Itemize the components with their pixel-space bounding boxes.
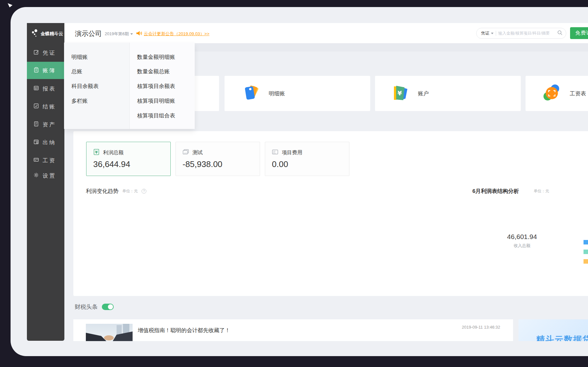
chevron-down-icon	[491, 33, 494, 34]
question-icon[interactable]: ?	[142, 189, 146, 194]
stat-value: 0.00	[272, 159, 288, 169]
app-logo: 金蝶精斗云	[31, 29, 63, 39]
voucher-icon	[33, 49, 39, 57]
sidebar: 金蝶精斗云 凭证 账簿 报表	[27, 23, 64, 341]
sidebar-item-label: 设置	[43, 172, 56, 180]
ledger-menu-column-2: 数量金额明细账 数量金额总账 核算项目余额表 核算项目明细账 核算项目组合表	[129, 43, 195, 129]
legend-swatch-1	[584, 240, 588, 244]
menu-item-qty-general-ledger[interactable]: 数量金额总账	[137, 68, 170, 76]
donut-center-label: 46,601.94 收入总额	[495, 233, 549, 249]
stat-value: -85,938.00	[183, 159, 222, 169]
company-name[interactable]: 演示公司	[75, 29, 102, 38]
news-item-title: 增值税指南！聪明的会计都先收藏了！	[138, 327, 230, 334]
cashier-icon	[33, 139, 39, 146]
trend-chart-title: 利润变化趋势	[86, 187, 118, 195]
expense-icon	[272, 148, 279, 157]
promo-text: 精斗云数据贷	[536, 334, 588, 341]
payroll-icon	[33, 157, 39, 164]
period-label: 2019年第6期	[105, 31, 129, 37]
menu-item-account-balance[interactable]: 科目余额表	[71, 83, 99, 90]
report-icon	[33, 85, 39, 92]
megaphone-icon	[136, 31, 142, 37]
news-toggle[interactable]	[102, 304, 114, 310]
sidebar-item-assets[interactable]: 资产	[27, 116, 64, 133]
sidebar-item-closing[interactable]: 结账	[27, 98, 64, 115]
income-total-label: 收入总额	[495, 243, 549, 249]
menu-item-item-balance[interactable]: 核算项目余额表	[137, 83, 175, 90]
free-trial-button[interactable]: 免费试	[570, 27, 588, 39]
sidebar-item-label: 资产	[43, 121, 56, 128]
structure-chart-unit: 单位：元	[534, 188, 549, 194]
announcement-link[interactable]: 云会计更新公告（2019.09.03）>>	[144, 31, 209, 37]
structure-chart-header: 6月利润表结构分析 单位：元	[472, 187, 549, 195]
menu-item-general-ledger[interactable]: 总账	[71, 68, 82, 76]
promo-banner[interactable]: 精斗云数据贷	[519, 319, 588, 341]
stat-card-test[interactable]: 测试 -85,938.00	[176, 142, 260, 176]
news-item-time: 2019-09-11 13:46:32	[462, 325, 500, 330]
legend-swatch-3	[584, 259, 588, 264]
ledger-menu-column-1: 明细账 总账 科目余额表 多栏账	[64, 43, 129, 129]
svg-text:¥: ¥	[397, 89, 402, 97]
trend-chart-unit: 单位：元	[122, 188, 138, 194]
payslip-icon	[543, 84, 561, 103]
dashboard-panel: ¥ 利润总额 36,644.94 测试 -85,938.00	[73, 131, 588, 296]
wallet-icon: ¥	[392, 84, 409, 103]
legend-swatch-2	[584, 250, 588, 254]
menu-item-item-detail[interactable]: 核算项目明细账	[137, 97, 175, 105]
search-icon[interactable]	[557, 30, 563, 37]
ledger-dropdown-menu: 明细账 总账 科目余额表 多栏账 数量金额明细账 数量金额总账 核算项目余额表 …	[64, 43, 195, 129]
logo-text: 金蝶精斗云	[41, 31, 63, 37]
sidebar-item-cashier[interactable]: 出纳	[27, 134, 64, 151]
global-search: 凭证	[476, 28, 566, 39]
sidebar-item-label: 工资	[43, 157, 56, 164]
stat-label: 利润总额	[103, 149, 124, 156]
dots-logo-icon	[31, 29, 39, 39]
test-icon	[182, 148, 189, 157]
stat-value: 36,644.94	[93, 159, 130, 169]
quick-card-label: 工资表	[570, 90, 586, 97]
profit-icon: ¥	[93, 148, 100, 157]
sidebar-item-voucher[interactable]: 凭证	[27, 44, 64, 61]
sidebar-item-settings[interactable]: 设置	[27, 167, 64, 184]
menu-item-qty-detail-ledger[interactable]: 数量金额明细账	[137, 53, 175, 61]
quick-card-label: 明细账	[269, 90, 285, 97]
sidebar-item-ledger[interactable]: 账簿	[27, 62, 64, 79]
sidebar-item-label: 凭证	[43, 49, 56, 57]
menu-item-detail-ledger[interactable]: 明细账	[71, 53, 88, 61]
quick-card-detail-ledger[interactable]: 明细账	[225, 76, 370, 111]
menu-item-multi-column[interactable]: 多栏账	[71, 97, 88, 105]
news-section-header: 财税头条	[75, 303, 114, 311]
divider	[496, 31, 496, 36]
tags-icon	[242, 84, 260, 103]
income-total-value: 46,601.94	[495, 233, 549, 241]
ledger-icon	[33, 67, 39, 74]
closing-icon	[33, 103, 39, 110]
quick-card-payslip[interactable]: 工资表	[526, 76, 588, 111]
sidebar-item-label: 出纳	[43, 139, 56, 146]
quick-card-label: 账户	[418, 90, 429, 97]
stat-card-project-expense[interactable]: 项目费用 0.00	[265, 142, 349, 176]
toggle-knob	[108, 304, 113, 309]
quick-card-accounts[interactable]: ¥ 账户	[375, 76, 521, 111]
sidebar-item-payroll[interactable]: 工资	[27, 152, 64, 169]
stat-label: 项目费用	[282, 149, 302, 156]
menu-item-item-combination[interactable]: 核算项目组合表	[137, 112, 175, 120]
search-input[interactable]	[498, 31, 555, 36]
top-header: 演示公司 2019年第6期 云会计更新公告（2019.09.03）>> 凭证	[64, 23, 588, 43]
structure-chart-title: 6月利润表结构分析	[472, 187, 519, 195]
news-thumbnail	[86, 324, 133, 341]
sidebar-item-label: 报表	[43, 85, 56, 92]
search-category-select[interactable]: 凭证	[481, 30, 494, 36]
search-category-label: 凭证	[481, 30, 489, 36]
asset-icon	[33, 121, 39, 128]
news-item[interactable]: 增值税指南！聪明的会计都先收藏了！ 2019-09-11 13:46:32	[73, 319, 513, 341]
svg-text:¥: ¥	[95, 150, 98, 155]
period-selector[interactable]: 2019年第6期	[105, 31, 133, 37]
mouse-cursor-icon	[8, 3, 13, 9]
sidebar-item-label: 结账	[43, 103, 56, 110]
gear-icon	[33, 172, 39, 180]
sidebar-item-label: 账簿	[43, 67, 56, 74]
app-window: 演示公司 2019年第6期 云会计更新公告（2019.09.03）>> 凭证	[11, 7, 588, 356]
sidebar-item-reports[interactable]: 报表	[27, 80, 64, 97]
stat-card-profit[interactable]: ¥ 利润总额 36,644.94	[86, 142, 171, 176]
